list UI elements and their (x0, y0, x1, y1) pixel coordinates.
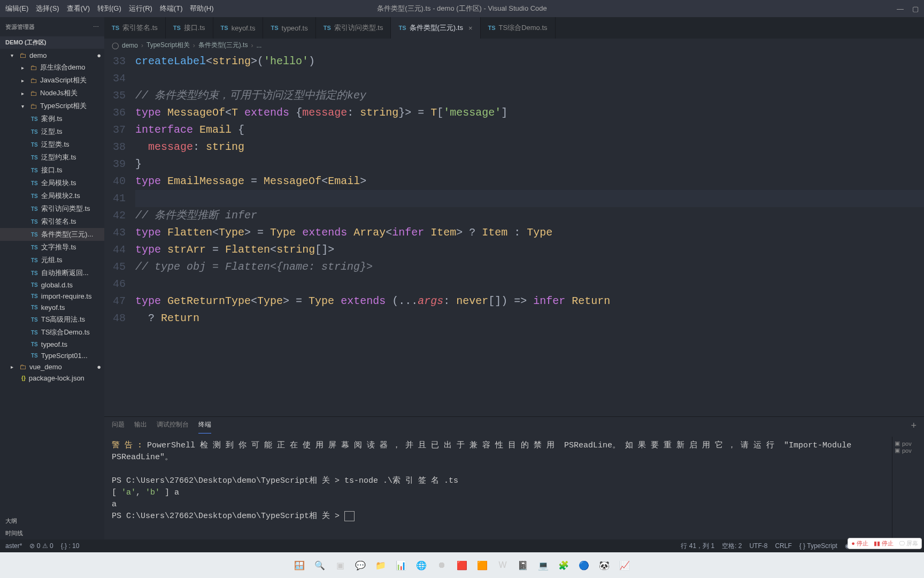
editor-area: TS索引签名.tsTS接口.tsTSkeyof.tsTStypeof.tsTS索… (104, 17, 924, 539)
file-item[interactable]: TS 元组.ts (0, 254, 104, 267)
recording-control-overlay[interactable]: ● 停止▮▮ 停止🖵 屏幕 (848, 538, 922, 549)
file-item[interactable]: TS 文字推导.ts (0, 241, 104, 254)
new-terminal-icon[interactable]: + (911, 420, 917, 434)
editor-tab[interactable]: TS索引签名.ts (104, 17, 166, 39)
menu-item[interactable]: 选择(S) (36, 4, 59, 13)
taskbar-app[interactable]: 📁 (373, 557, 389, 573)
terminal-instance[interactable]: ▣ pov (895, 447, 922, 454)
menu-item[interactable]: 终端(T) (160, 4, 183, 13)
editor-tab[interactable]: TSTS综合Demo.ts (481, 17, 556, 39)
file-item[interactable]: TS TS综合Demo.ts (0, 326, 104, 339)
line-gutter: 33343536373839404142434445464748 (104, 52, 135, 416)
status-item[interactable]: { } TypeScript (799, 542, 837, 550)
file-item[interactable]: TS 条件类型(三元)... (0, 228, 104, 241)
panel-tab[interactable]: 问题 (112, 420, 125, 434)
menu-item[interactable]: 运行(R) (129, 4, 152, 13)
file-item[interactable]: TS 泛型.ts (0, 125, 104, 138)
file-item[interactable]: TS 全局模块2.ts (0, 189, 104, 202)
breadcrumb[interactable]: ◯demo›TypeScript相关›条件类型(三元).ts›... (104, 39, 924, 52)
file-item[interactable]: TS 全局模块.ts (0, 177, 104, 189)
taskbar-app[interactable]: 🐼 (596, 557, 612, 573)
window-minimize[interactable]: — (897, 5, 904, 13)
file-item[interactable]: TS 索引访问类型.ts (0, 202, 104, 215)
windows-taskbar[interactable]: 🪟🔍▣💬📁📊🌐⏺🟥🟧W📓💻🧩🔵🐼📈 (0, 552, 924, 578)
workspace-root-label[interactable]: DEMO (工作区) (0, 36, 104, 49)
menubar: 编辑(E)选择(S)查看(V)转到(G)运行(R)终端(T)帮助(H) (5, 4, 214, 13)
status-item[interactable]: {.} : 10 (61, 542, 80, 550)
status-item[interactable]: 空格: 2 (722, 542, 742, 551)
code-lines[interactable]: createLabel<string>('hello') // 条件类型约束，可… (135, 52, 924, 416)
outline-section[interactable]: 大纲 (0, 515, 104, 527)
file-tree: ▾🗀 demo●▸🗀 原生综合demo▸🗀 JavaScript相关▸🗀 Nod… (0, 49, 104, 515)
status-item[interactable]: UTF-8 (749, 542, 767, 550)
editor-tab[interactable]: TS条件类型(三元).ts× (391, 17, 480, 39)
panel-tab[interactable]: 调试控制台 (157, 420, 189, 434)
taskbar-app[interactable]: 💻 (535, 557, 551, 573)
terminal-instance[interactable]: ▣ pov (895, 440, 922, 447)
editor-tab[interactable]: TSkeyof.ts (213, 17, 264, 39)
menu-item[interactable]: 转到(G) (97, 4, 121, 13)
file-item[interactable]: {} package-lock.json (0, 372, 104, 384)
file-item[interactable]: TS 接口.ts (0, 164, 104, 177)
breadcrumb-segment[interactable]: demo (122, 42, 138, 49)
folder-item[interactable]: ▾🗀 demo● (0, 50, 104, 61)
file-item[interactable]: TS 案例.ts (0, 112, 104, 125)
taskbar-app[interactable]: 🟥 (454, 557, 470, 573)
breadcrumb-segment[interactable]: 条件类型(三元).ts (198, 41, 248, 50)
breadcrumb-segment[interactable]: ... (256, 42, 261, 49)
taskbar-app[interactable]: ▣ (332, 557, 348, 573)
taskbar-app[interactable]: 📓 (515, 557, 531, 573)
titlebar: 编辑(E)选择(S)查看(V)转到(G)运行(R)终端(T)帮助(H) 条件类型… (0, 0, 924, 17)
file-item[interactable]: TS 自动推断返回... (0, 267, 104, 279)
window-maximize[interactable]: ▢ (912, 5, 919, 13)
taskbar-app[interactable]: 🧩 (556, 557, 572, 573)
panel-tabs: 问题输出调试控制台终端+ (104, 417, 924, 437)
status-item[interactable]: 行 41，列 1 (681, 542, 714, 551)
file-item[interactable]: TS TypeScript01... (0, 350, 104, 361)
close-icon[interactable]: × (468, 24, 473, 32)
file-item[interactable]: TS typeof.ts (0, 339, 104, 350)
taskbar-app[interactable]: 🔍 (312, 557, 328, 573)
menu-item[interactable]: 编辑(E) (5, 4, 28, 13)
folder-item[interactable]: ▸🗀 vue_demo● (0, 361, 104, 372)
more-icon[interactable]: ⋯ (93, 24, 99, 31)
menu-item[interactable]: 查看(V) (67, 4, 90, 13)
folder-item[interactable]: ▸🗀 NodeJs相关 (0, 87, 104, 100)
taskbar-app[interactable]: 💬 (352, 557, 368, 573)
editor-tab[interactable]: TStypeof.ts (263, 17, 315, 39)
breadcrumb-segment[interactable]: TypeScript相关 (147, 41, 190, 50)
bottom-panel: 问题输出调试控制台终端+ 警 告 : PowerShell 检 测 到 你 可 … (104, 416, 924, 539)
file-item[interactable]: TS 泛型类.ts (0, 138, 104, 151)
panel-tab[interactable]: 输出 (134, 420, 147, 434)
timeline-section[interactable]: 时间线 (0, 527, 104, 539)
taskbar-app[interactable]: W (495, 557, 511, 573)
taskbar-app[interactable]: 🟧 (474, 557, 490, 573)
sidebar-title: 资源管理器 (5, 23, 35, 31)
file-item[interactable]: TS 泛型约束.ts (0, 151, 104, 164)
file-item[interactable]: TS 索引签名.ts (0, 215, 104, 228)
taskbar-app[interactable]: 🔵 (576, 557, 592, 573)
folder-item[interactable]: ▸🗀 JavaScript相关 (0, 74, 104, 87)
terminal-sidebar[interactable]: ▣ pov▣ pov (892, 437, 924, 539)
status-item[interactable]: aster* (5, 542, 22, 550)
folder-item[interactable]: ▾🗀 TypeScript相关 (0, 100, 104, 112)
taskbar-app[interactable]: ⏺ (434, 557, 450, 573)
window-title: 条件类型(三元).ts - demo (工作区) - Visual Studio… (377, 4, 547, 13)
status-item[interactable]: ⊘ 0 ⚠ 0 (29, 542, 53, 550)
menu-item[interactable]: 帮助(H) (190, 4, 213, 13)
status-item[interactable]: CRLF (775, 542, 791, 550)
file-item[interactable]: TS import-require.ts (0, 291, 104, 302)
editor-tab[interactable]: TS接口.ts (166, 17, 213, 39)
taskbar-app[interactable]: 🌐 (413, 557, 429, 573)
file-item[interactable]: TS TS高级用法.ts (0, 313, 104, 326)
folder-item[interactable]: ▸🗀 原生综合demo (0, 61, 104, 74)
taskbar-app[interactable]: 📊 (393, 557, 409, 573)
panel-tab[interactable]: 终端 (198, 420, 211, 434)
file-item[interactable]: TS global.d.ts (0, 279, 104, 291)
code-editor[interactable]: 33343536373839404142434445464748 createL… (104, 52, 924, 416)
terminal[interactable]: 警 告 : PowerShell 检 测 到 你 可 能 正 在 使 用 屏 幕… (104, 437, 892, 539)
taskbar-app[interactable]: 🪟 (291, 557, 307, 573)
file-item[interactable]: TS keyof.ts (0, 302, 104, 313)
taskbar-app[interactable]: 📈 (617, 557, 633, 573)
editor-tab[interactable]: TS索引访问类型.ts (316, 17, 391, 39)
